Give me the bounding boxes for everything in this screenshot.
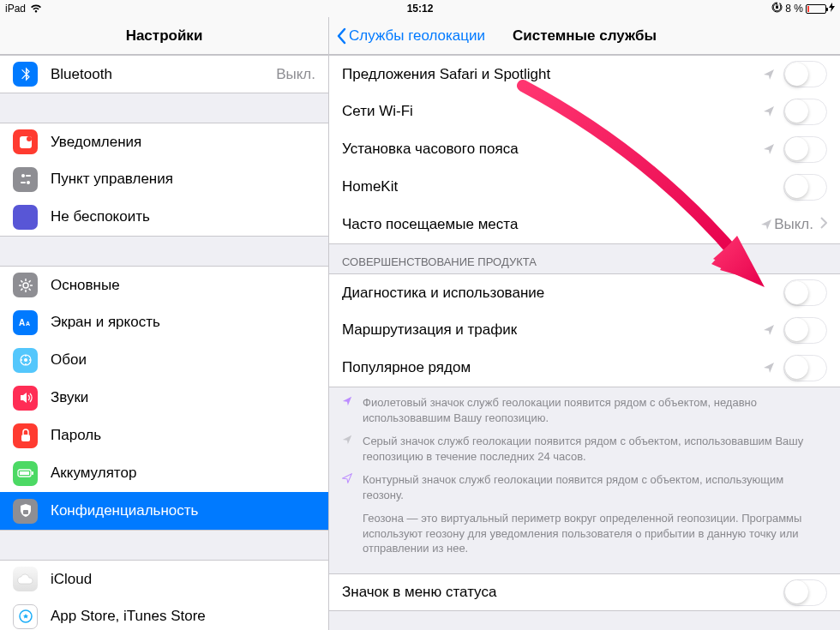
row-diagnostics[interactable]: Диагностика и использование [329, 273, 840, 311]
back-button[interactable]: Службы геолокации [336, 27, 485, 45]
settings-sidebar: Настройки Bluetooth Выкл. Уведомления Пу… [0, 17, 329, 630]
footer-notes: Фиолетовый значок служб геолокации появи… [329, 387, 840, 573]
sidebar-item-privacy[interactable]: Конфиденциальность [0, 492, 328, 530]
location-arrow-icon [763, 362, 775, 374]
toggle-switch[interactable] [783, 579, 827, 606]
row-label: Часто посещаемые места [342, 216, 760, 233]
status-time: 15:12 [407, 3, 434, 15]
row-label: Маршрутизация и трафик [342, 321, 763, 339]
sidebar-item-dnd[interactable]: Не беспокоить [0, 198, 328, 236]
row-homekit[interactable]: HomeKit [329, 168, 840, 206]
wifi-icon [30, 4, 42, 13]
sidebar-label: Пункт управления [51, 171, 315, 188]
row-wifi-networks[interactable]: Сети Wi-Fi [329, 93, 840, 130]
svg-rect-16 [21, 435, 30, 441]
sidebar-item-bluetooth[interactable]: Bluetooth Выкл. [0, 55, 328, 93]
svg-rect-6 [21, 182, 26, 183]
svg-point-11 [24, 358, 27, 362]
svg-text:A: A [19, 318, 25, 327]
toggle-switch[interactable] [783, 317, 827, 344]
row-popular-nearby[interactable]: Популярное рядом [329, 349, 840, 387]
sidebar-label: Уведомления [51, 134, 315, 151]
row-routing-traffic[interactable]: Маршрутизация и трафик [329, 311, 840, 349]
footer-note: Контурный значок служб геолокации появит… [363, 472, 827, 502]
toggle-switch[interactable] [783, 355, 827, 381]
footer-note: Геозона — это виртуальный периметр вокру… [363, 511, 827, 556]
footer-note: Серый значок служб геолокации появится р… [363, 434, 827, 464]
location-arrow-icon [760, 219, 772, 231]
sidebar-item-battery[interactable]: Аккумулятор [0, 454, 328, 492]
location-arrow-icon [763, 143, 775, 155]
sidebar-label: Конфиденциальность [51, 502, 315, 519]
detail-navbar: Службы геолокации Системные службы [329, 17, 840, 55]
sidebar-label: Аккумулятор [51, 465, 315, 482]
row-timezone[interactable]: Установка часового пояса [329, 130, 840, 168]
row-label: Установка часового пояса [342, 141, 763, 158]
svg-rect-0 [776, 6, 778, 9]
location-arrow-icon [342, 472, 357, 502]
row-frequent-locations[interactable]: Часто посещаемые места Выкл. [329, 206, 840, 243]
svg-rect-19 [20, 471, 29, 475]
row-label: Популярное рядом [342, 359, 763, 376]
sidebar-item-control-center[interactable]: Пункт управления [0, 160, 328, 198]
svg-point-3 [21, 174, 25, 177]
svg-point-14 [21, 359, 22, 361]
sidebar-item-passcode[interactable]: Пароль [0, 417, 328, 454]
device-label: iPad [5, 3, 26, 15]
row-status-icon[interactable]: Значок в меню статуса [329, 573, 840, 611]
status-bar: iPad 15:12 8 % [0, 0, 840, 17]
footer-note: Фиолетовый значок служб геолокации появи… [363, 395, 827, 425]
charging-icon [829, 3, 835, 15]
svg-point-5 [27, 181, 30, 184]
sidebar-item-icloud[interactable]: iCloud [0, 560, 328, 597]
section-header-improvement: Совершенствование продукта [329, 243, 840, 273]
row-label: Значок в меню статуса [342, 584, 783, 601]
svg-point-13 [25, 363, 27, 365]
row-safari-spotlight[interactable]: Предложения Safari и Spotlight [329, 55, 840, 93]
detail-pane: Службы геолокации Системные службы Предл… [329, 17, 840, 630]
sidebar-value: Выкл. [276, 66, 315, 83]
back-label: Службы геолокации [349, 27, 485, 45]
location-arrow-icon [763, 69, 775, 81]
sidebar-label: Не беспокоить [51, 208, 315, 225]
toggle-switch[interactable] [783, 174, 827, 201]
toggle-switch[interactable] [783, 136, 827, 163]
row-value: Выкл. [774, 216, 813, 233]
location-arrow-icon [342, 395, 357, 425]
detail-title: Системные службы [513, 27, 657, 45]
toggle-switch[interactable] [783, 99, 827, 125]
row-label: Сети Wi-Fi [342, 103, 763, 120]
sidebar-label: Пароль [51, 427, 315, 444]
row-label: HomeKit [342, 178, 783, 195]
row-label: Предложения Safari и Spotlight [342, 66, 763, 83]
row-label: Диагностика и использование [342, 285, 783, 302]
sidebar-navbar: Настройки [0, 17, 328, 55]
svg-text:A: A [26, 321, 30, 327]
toggle-switch[interactable] [783, 279, 827, 306]
svg-rect-18 [32, 471, 33, 475]
sidebar-item-sounds[interactable]: Звуки [0, 379, 328, 417]
sidebar-item-appstore[interactable]: App Store, iTunes Store [0, 597, 328, 630]
svg-point-15 [29, 359, 31, 361]
sidebar-label: Экран и яркость [51, 314, 315, 331]
svg-rect-20 [23, 510, 28, 514]
svg-point-7 [23, 283, 28, 288]
battery-icon [806, 4, 826, 14]
sidebar-label: Звуки [51, 389, 315, 406]
sidebar-item-general[interactable]: Основные [0, 266, 328, 303]
sidebar-title: Настройки [126, 27, 203, 45]
sidebar-label: App Store, iTunes Store [51, 608, 315, 625]
battery-percent: 8 % [785, 3, 803, 15]
location-arrow-icon [342, 434, 357, 464]
sidebar-label: Основные [51, 277, 315, 294]
sidebar-label: iCloud [51, 571, 315, 588]
sidebar-item-notifications[interactable]: Уведомления [0, 123, 328, 160]
location-arrow-icon [763, 324, 775, 336]
sidebar-label: Обои [51, 351, 315, 369]
sidebar-item-display[interactable]: AA Экран и яркость [0, 303, 328, 341]
svg-point-2 [27, 136, 32, 141]
svg-point-12 [25, 355, 27, 357]
toggle-switch[interactable] [783, 61, 827, 87]
sidebar-item-wallpaper[interactable]: Обои [0, 341, 328, 379]
location-arrow-icon [763, 105, 775, 117]
